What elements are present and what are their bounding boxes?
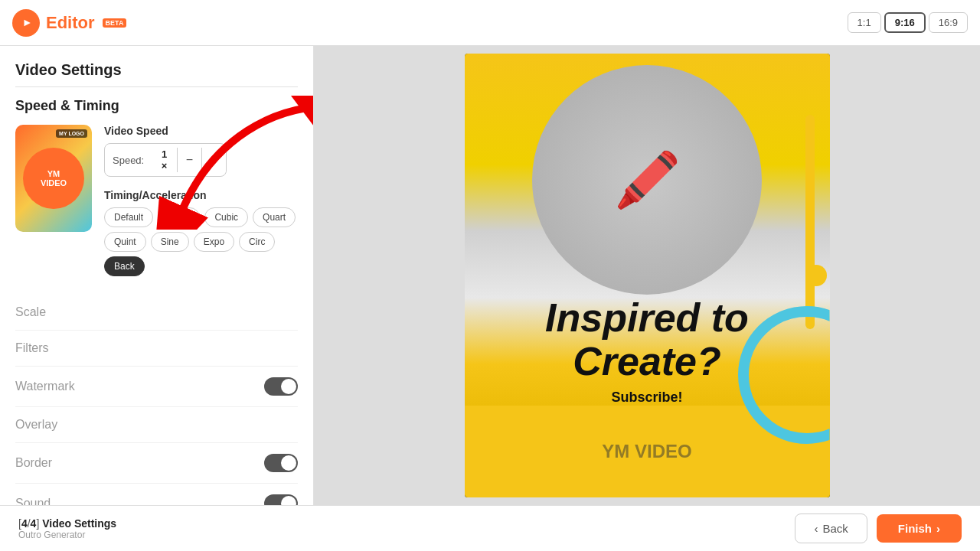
aspect-ratio-group: 1:1 9:16 16:9 (848, 12, 968, 33)
border-toggle-knob (281, 455, 296, 471)
step-sub: Outro Generator (18, 530, 782, 540)
chip-quart[interactable]: Quart (253, 207, 296, 227)
watermark-toggle-knob (281, 379, 296, 394)
finish-chevron-icon: › (936, 522, 940, 535)
finish-button[interactable]: Finish › (877, 514, 962, 543)
chip-quint[interactable]: Quint (104, 232, 146, 252)
video-speed-label: Video Speed (104, 125, 298, 137)
thumbnail: MY LOGO YMVIDEO (15, 125, 92, 232)
nav-sound-label: Sound (15, 497, 51, 505)
section-divider (15, 86, 298, 87)
chip-cubic[interactable]: Cubic (204, 207, 248, 227)
step-counter: [4/4] Video Settings (18, 517, 782, 530)
chip-expo[interactable]: Expo (194, 232, 234, 252)
header: EditorBETA 1:1 9:16 16:9 (0, 0, 980, 46)
preview-logo-bottom: YM VIDEO (602, 441, 691, 462)
chip-sine[interactable]: Sine (151, 232, 189, 252)
speed-prefix: Speed: (105, 150, 152, 171)
video-preview: 🖍️ Inspired to Create? Subscribe! YM VID… (465, 54, 830, 497)
settings-panel: Video Speed Speed: 1 × − + Timing/Accele… (104, 125, 298, 276)
nav-item-border[interactable]: Border (15, 443, 298, 484)
subsection-title: Speed & Timing (15, 98, 298, 114)
beta-badge: BETA (103, 18, 127, 28)
thumbnail-row: MY LOGO YMVIDEO Video Speed Speed: 1 × −… (15, 125, 298, 276)
speed-increase-button[interactable]: + (201, 148, 226, 172)
nav-scale-label: Scale (15, 305, 46, 319)
nav-section: Scale Filters Watermark Overlay Border (15, 295, 298, 505)
timing-chips: Default Quad Cubic Quart Quint Sine Expo… (104, 207, 298, 276)
step-info: [4/4] Video Settings Outro Generator (18, 517, 782, 540)
chip-back[interactable]: Back (104, 256, 145, 276)
step-current: 4 (21, 517, 28, 530)
section-title: Video Settings (15, 61, 298, 79)
step-section: Video Settings (42, 517, 116, 530)
logo-icon (12, 9, 40, 37)
sound-toggle-knob (281, 496, 296, 505)
chip-circ[interactable]: Circ (239, 232, 275, 252)
nav-overlay-label: Overlay (15, 418, 57, 432)
sidebar: Video Settings Speed & Timing MY LOGO YM… (0, 46, 314, 505)
timing-label: Timing/Acceleration (104, 189, 298, 201)
main-layout: Video Settings Speed & Timing MY LOGO YM… (0, 46, 980, 505)
crayon-emoji: 🖍️ (614, 148, 681, 211)
nav-item-sound[interactable]: Sound (15, 484, 298, 505)
nav-item-overlay[interactable]: Overlay (15, 407, 298, 443)
nav-border-label: Border (15, 456, 52, 470)
logo-area: EditorBETA (12, 9, 126, 37)
svg-marker-0 (24, 19, 31, 25)
nav-watermark-label: Watermark (15, 380, 75, 393)
back-chevron-icon: ‹ (814, 522, 818, 535)
preview-circle: 🖍️ (532, 65, 762, 295)
finish-label: Finish (898, 522, 932, 535)
bottom-bar: [4/4] Video Settings Outro Generator ‹ B… (0, 505, 980, 551)
watermark-toggle[interactable] (264, 377, 298, 396)
preview-area: 🖍️ Inspired to Create? Subscribe! YM VID… (314, 46, 980, 505)
preview-canvas: 🖍️ Inspired to Create? Subscribe! YM VID… (314, 46, 980, 505)
back-label: Back (822, 522, 848, 535)
border-toggle[interactable] (264, 454, 298, 472)
my-logo-badge: MY LOGO (56, 129, 87, 138)
chip-default[interactable]: Default (104, 207, 153, 227)
speed-value: 1 × (152, 144, 177, 176)
speed-control: Speed: 1 × − + (104, 143, 227, 177)
nav-item-scale[interactable]: Scale (15, 295, 298, 331)
speed-decrease-button[interactable]: − (177, 148, 201, 172)
thumbnail-inner: YMVIDEO (23, 148, 84, 209)
chip-quad[interactable]: Quad (158, 207, 200, 227)
nav-item-filters[interactable]: Filters (15, 331, 298, 367)
ratio-1-1[interactable]: 1:1 (848, 12, 881, 33)
back-button[interactable]: ‹ Back (795, 514, 867, 543)
bottom-actions: ‹ Back Finish › (795, 514, 962, 543)
step-total: 4 (31, 517, 37, 530)
nav-item-watermark[interactable]: Watermark (15, 367, 298, 407)
ratio-9-16[interactable]: 9:16 (884, 12, 926, 33)
nav-filters-label: Filters (15, 341, 49, 355)
logo-text: Editor (46, 13, 95, 33)
sound-toggle[interactable] (264, 494, 298, 505)
ratio-16-9[interactable]: 16:9 (929, 12, 968, 33)
yellow-cursor-dot (805, 265, 827, 286)
